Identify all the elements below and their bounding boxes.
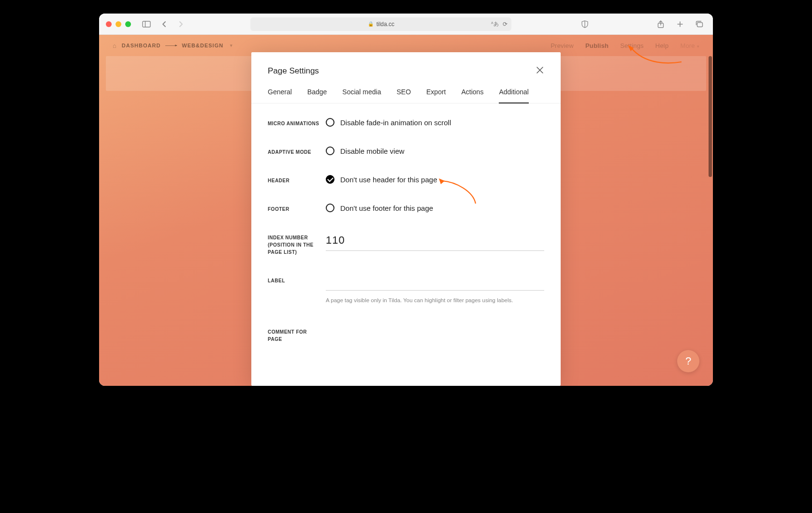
window-controls: [106, 21, 131, 27]
label-index-number: INDEX NUMBER (POSITION IN THE PAGE LIST): [268, 232, 326, 256]
page-settings-modal: Page Settings General Badge Social media…: [251, 52, 561, 386]
tab-actions[interactable]: Actions: [462, 83, 484, 103]
help-fab-button[interactable]: ?: [677, 350, 699, 372]
checkbox-label: Don't use header for this page: [340, 176, 437, 184]
nav-back-button[interactable]: [157, 18, 171, 30]
translate-icon[interactable]: ᴬあ: [491, 20, 499, 28]
label-label: LABEL: [268, 275, 326, 284]
tab-additional[interactable]: Additional: [499, 83, 529, 103]
checkbox-disable-fadein[interactable]: Disable fade-in animation on scroll: [326, 118, 544, 127]
row-header: HEADER Don't use header for this page: [268, 175, 544, 184]
label-header: HEADER: [268, 175, 326, 184]
checkbox-no-header[interactable]: Don't use header for this page: [326, 175, 544, 184]
checkbox-no-footer[interactable]: Don't use footer for this page: [326, 204, 544, 212]
modal-close-button[interactable]: [536, 66, 544, 76]
reload-icon[interactable]: ⟳: [503, 21, 508, 28]
tab-general[interactable]: General: [268, 83, 292, 103]
row-comments: COMMENT FOR PAGE: [268, 326, 544, 343]
checkbox-disable-mobile[interactable]: Disable mobile view: [326, 147, 544, 155]
label-footer: FOOTER: [268, 204, 326, 213]
nav-more[interactable]: More▾: [680, 42, 699, 49]
checkbox-label: Disable mobile view: [340, 147, 405, 155]
breadcrumb-project[interactable]: WEB&DESIGN: [182, 43, 223, 48]
row-micro-animations: MICRO ANIMATIONS Disable fade-in animati…: [268, 118, 544, 127]
checkbox-label: Disable fade-in animation on scroll: [340, 118, 451, 127]
nav-settings[interactable]: Settings: [620, 42, 644, 49]
tab-badge[interactable]: Badge: [307, 83, 327, 103]
modal-tabs: General Badge Social media SEO Export Ac…: [251, 83, 561, 103]
share-icon[interactable]: [654, 18, 667, 30]
lock-icon: 🔒: [368, 21, 374, 27]
label-adaptive-mode: ADAPTIVE MODE: [268, 147, 326, 156]
vertical-scrollbar[interactable]: [709, 56, 712, 177]
svg-rect-3: [697, 22, 702, 27]
tab-social-media[interactable]: Social media: [342, 83, 381, 103]
nav-publish[interactable]: Publish: [585, 42, 609, 49]
tab-seo[interactable]: SEO: [396, 83, 411, 103]
browser-right-controls: [654, 18, 706, 30]
row-index-number: INDEX NUMBER (POSITION IN THE PAGE LIST): [268, 232, 544, 256]
checkbox-icon: [326, 147, 334, 155]
label-micro-animations: MICRO ANIMATIONS: [268, 118, 326, 127]
row-footer: FOOTER Don't use footer for this page: [268, 204, 544, 213]
url-host: tilda.cc: [377, 21, 394, 28]
address-bar-right: ᴬあ ⟳: [491, 20, 508, 28]
label-input[interactable]: [326, 275, 544, 291]
nav-preview[interactable]: Preview: [551, 42, 574, 49]
app-nav: Preview Publish Settings Help More▾: [551, 42, 699, 49]
shield-icon[interactable]: [578, 18, 592, 30]
svg-rect-0: [143, 21, 150, 27]
browser-toolbar: 🔒 tilda.cc ᴬあ ⟳: [99, 14, 713, 35]
nav-help[interactable]: Help: [655, 42, 669, 49]
window-minimize-button[interactable]: [116, 21, 121, 27]
chevron-down-icon[interactable]: ▾: [230, 43, 233, 48]
index-number-input[interactable]: [326, 232, 544, 251]
nav-forward-button[interactable]: [174, 18, 188, 30]
breadcrumb-dashboard[interactable]: DASHBOARD: [122, 43, 161, 48]
label-hint: A page tag visible only in Tilda. You ca…: [326, 296, 544, 304]
breadcrumb: ⌂ DASHBOARD WEB&DESIGN ▾: [113, 42, 233, 49]
chevron-down-icon: ▾: [697, 44, 699, 49]
checkbox-label: Don't use footer for this page: [340, 204, 433, 212]
modal-title: Page Settings: [268, 66, 319, 76]
app-viewport: ⌂ DASHBOARD WEB&DESIGN ▾ Preview Publish…: [99, 35, 713, 386]
tab-export[interactable]: Export: [426, 83, 446, 103]
row-adaptive-mode: ADAPTIVE MODE Disable mobile view: [268, 147, 544, 156]
question-icon: ?: [685, 355, 691, 367]
tabs-overview-icon[interactable]: [693, 18, 706, 30]
modal-header: Page Settings: [251, 52, 561, 83]
checkbox-icon: [326, 118, 334, 127]
checkbox-checked-icon: [326, 175, 334, 184]
sidebar-toggle-icon[interactable]: [140, 18, 153, 30]
home-icon[interactable]: ⌂: [113, 42, 117, 49]
window-close-button[interactable]: [106, 21, 112, 27]
address-bar[interactable]: 🔒 tilda.cc ᴬあ ⟳: [250, 17, 511, 31]
modal-body: MICRO ANIMATIONS Disable fade-in animati…: [251, 103, 561, 386]
window-zoom-button[interactable]: [125, 21, 131, 27]
breadcrumb-arrow-icon: [165, 45, 177, 46]
new-tab-icon[interactable]: [673, 18, 687, 30]
checkbox-icon: [326, 204, 334, 212]
label-comments: COMMENT FOR PAGE: [268, 326, 326, 343]
browser-window: 🔒 tilda.cc ᴬあ ⟳ ⌂ DAS: [99, 14, 713, 386]
row-label: LABEL A page tag visible only in Tilda. …: [268, 275, 544, 304]
